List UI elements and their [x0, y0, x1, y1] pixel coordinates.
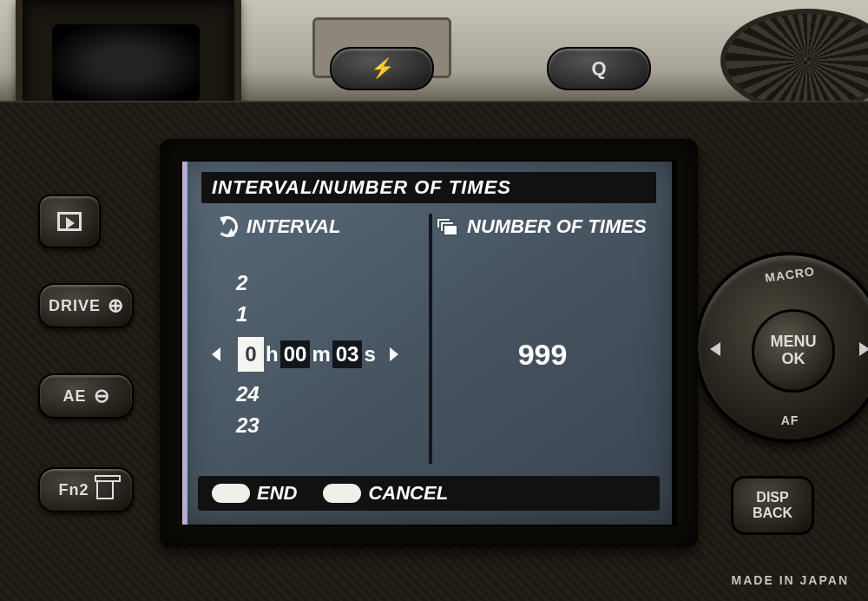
interval-current-row[interactable]: 0 h 00 m 03 s	[236, 334, 429, 375]
screen-footer: END CANCEL	[198, 476, 660, 511]
cancel-action[interactable]: CANCEL	[323, 482, 448, 505]
seconds-field[interactable]: 03	[332, 340, 363, 368]
chevron-right-icon[interactable]	[390, 347, 398, 361]
disp-back-button[interactable]: DISP BACK	[731, 476, 814, 535]
screen-title: INTERVAL/NUMBER OF TIMES	[201, 172, 656, 203]
pill-icon	[323, 484, 361, 503]
camera-body: ⚡ Q DRIVE ⊕ AE ⊖ Fn2 MACRO AF MENU OK DI…	[0, 0, 868, 601]
spinner-value-down1: 24	[236, 379, 429, 410]
drive-button[interactable]: DRIVE ⊕	[38, 283, 134, 328]
burst-icon	[436, 217, 458, 236]
play-icon	[57, 212, 82, 231]
ae-button[interactable]: AE ⊖	[38, 373, 134, 419]
flash-button[interactable]: ⚡	[330, 47, 434, 90]
lcd-screen: INTERVAL/NUMBER OF TIMES INTERVAL NUMBER…	[181, 160, 677, 526]
made-in-label: MADE IN JAPAN	[732, 573, 849, 587]
playback-button[interactable]	[38, 195, 101, 248]
dpad-right-arrow-icon	[859, 342, 868, 356]
dpad-left-arrow-icon	[710, 342, 720, 356]
fn2-button[interactable]: Fn2	[38, 467, 134, 512]
end-action[interactable]: END	[212, 482, 297, 505]
flash-icon: ⚡	[371, 57, 394, 80]
pill-icon	[212, 484, 250, 503]
number-of-times-header: NUMBER OF TIMES	[429, 210, 656, 243]
interval-column[interactable]: 2 1 0 h 00 m 03 s 24 23	[201, 245, 429, 464]
lcd-frame: INTERVAL/NUMBER OF TIMES INTERVAL NUMBER…	[160, 139, 698, 547]
chevron-left-icon[interactable]	[212, 347, 220, 361]
spinner-value-up1: 1	[236, 299, 429, 330]
number-of-times-column[interactable]: 999	[429, 245, 656, 464]
number-of-times-value: 999	[518, 338, 568, 372]
interval-header: INTERVAL	[201, 210, 429, 243]
interval-icon	[217, 216, 238, 237]
trash-icon	[96, 480, 114, 499]
zoom-out-icon: ⊖	[94, 385, 109, 407]
menu-ok-button[interactable]: MENU OK	[752, 309, 835, 393]
q-button[interactable]: Q	[547, 47, 651, 90]
zoom-in-icon: ⊕	[108, 294, 123, 317]
spinner-value-up2: 2	[236, 267, 429, 299]
minutes-field[interactable]: 00	[280, 340, 311, 368]
hours-field[interactable]: 0	[238, 337, 264, 372]
control-dpad[interactable]: MACRO AF MENU OK	[694, 252, 868, 443]
spinner-value-down2: 23	[236, 410, 429, 441]
dpad-af-label: AF	[698, 413, 868, 427]
